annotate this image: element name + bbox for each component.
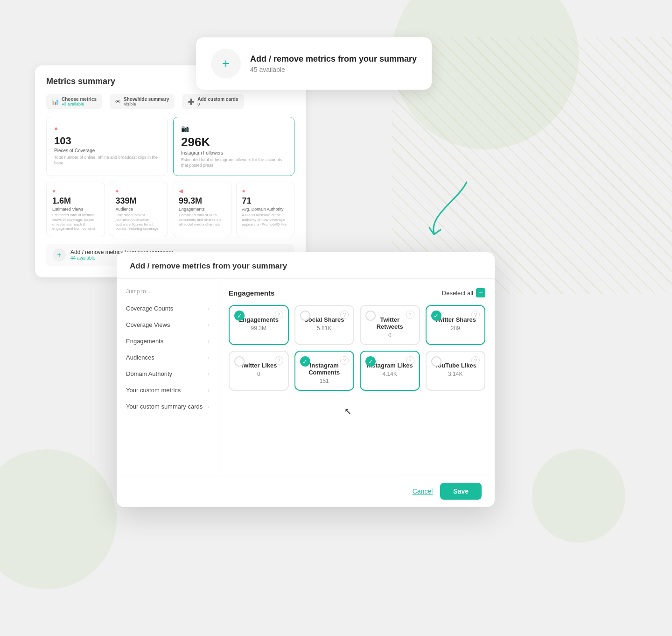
deselect-icon: − [476,288,485,297]
tooltip-subtitle: 45 available [250,66,417,73]
domain-label: Avg. Domain Authority [242,207,289,212]
help-icon-instagram-likes[interactable]: ? [406,356,414,365]
metric-value-instagram-likes: 4.14K [366,371,413,377]
metric-card-twitter-retweets[interactable]: ?Twitter Retweets0 [360,305,420,345]
instagram-desc: Estimated total of Instagram followers f… [181,157,287,168]
chevron-right-icon: › [208,387,210,394]
sidebar-item-domain-authority[interactable]: Domain Authority › [117,366,219,382]
toolbar-show-hide[interactable]: 👁 Show/hide summary Visible [110,94,175,109]
audience-icon: ● [116,188,162,194]
views-icon: ● [52,188,99,194]
instagram-value: 296K [181,135,287,149]
modal-header: Add / remove metrics from your summary [117,252,495,279]
engagements-value: 99.3M [179,196,225,206]
views-label: Estimated Views [52,207,99,212]
modal-footer: Cancel Save [117,475,495,507]
help-icon-engagements[interactable]: ? [275,311,283,319]
metric-selection-grid: ✓?Engagements99.3M?Social Shares5.81K?Tw… [229,305,485,391]
metrics-toolbar: 📊 Choose metrics All available 👁 Show/hi… [46,94,294,109]
metric-card-engagements[interactable]: ✓?Engagements99.3M [229,305,289,345]
sidebar-item-coverage-counts[interactable]: Coverage Counts › [117,300,219,317]
metric-value-youtube-likes: 3.14K [432,371,479,377]
engagements-desc: Combined total of likes, comments and sh… [179,213,225,226]
check-circle-youtube-likes [431,356,441,367]
metric-value-social-shares: 5.81K [301,325,348,332]
tooltip-title: Add / remove metrics from your summary [250,54,417,64]
metric-card-twitter-likes[interactable]: ?Twitter Likes0 [229,351,289,391]
help-icon-twitter-retweets[interactable]: ? [406,311,414,319]
tooltip-card: + Add / remove metrics from your summary… [196,37,432,90]
metric-card-engagements: ◀ 99.3M Engagements Combined total of li… [173,182,231,237]
sidebar-item-audiences[interactable]: Audiences › [117,349,219,366]
sidebar-item-custom-metrics[interactable]: Your custom metrics › [117,382,219,398]
toolbar-add-label: Add custom cards [197,97,238,102]
metric-value-twitter-likes: 0 [235,371,282,377]
help-icon-twitter-shares[interactable]: ? [471,311,480,319]
chevron-right-icon: › [208,354,210,361]
eye-icon: 👁 [115,99,121,105]
metric-card-audience: ● 339M Audience Combined total of journa… [110,182,168,237]
views-desc: Estimated total of lifetime views of cov… [52,213,99,231]
main-modal: Add / remove metrics from your summary J… [117,252,495,507]
metric-card-twitter-shares[interactable]: ✓?Twitter Shares289 [426,305,486,345]
metric-card-domain-authority: ● 71 Avg. Domain Authority A 0-100 measu… [236,182,295,237]
check-circle-twitter-shares: ✓ [431,311,441,321]
pieces-label: Pieces of Coverage [54,148,160,153]
sidebar-item-custom-summary-cards[interactable]: Your custom summary cards › [117,398,219,415]
metric-card-instagram-comments[interactable]: ✓?Instagram Comments151 [294,351,355,391]
audience-value: 339M [116,196,162,206]
plus-square-icon: ➕ [188,99,195,105]
deselect-all-button[interactable]: Deselect all − [442,288,485,297]
instagram-label: Instagram Followers [181,150,287,155]
check-circle-instagram-comments: ✓ [300,356,310,367]
pieces-icon: ● [54,125,160,132]
save-button[interactable]: Save [440,483,482,500]
bar-chart-icon: 📊 [52,99,59,105]
domain-icon: ● [242,188,289,194]
metric-card-estimated-views: ● 1.6M Estimated Views Estimated total o… [46,182,105,237]
metric-card-youtube-likes[interactable]: ?YouTube Likes3.14K [426,351,486,391]
metric-row-1: ● 103 Pieces of Coverage Total number of… [46,117,294,176]
metric-card-instagram-likes[interactable]: ✓?Instagram Likes4.14K [360,351,420,391]
toolbar-show-sub: Visible [124,102,169,106]
sidebar-item-engagements[interactable]: Engagements › [117,333,219,349]
toolbar-add-sub: 0 [197,102,238,106]
chevron-right-icon: › [208,403,210,410]
metric-card-social-shares[interactable]: ?Social Shares5.81K [294,305,355,345]
check-circle-engagements: ✓ [234,311,245,321]
modal-title: Add / remove metrics from your summary [130,261,482,271]
chevron-right-icon: › [208,322,210,328]
add-metrics-plus-icon: + [53,248,66,261]
tooltip-plus-button[interactable]: + [211,49,241,78]
help-icon-instagram-comments[interactable]: ? [340,356,349,365]
metric-value-twitter-retweets: 0 [366,332,413,339]
toolbar-choose-label: Choose metrics [62,97,97,102]
toolbar-add-custom[interactable]: ➕ Add custom cards 0 [182,94,244,109]
toolbar-choose-metrics[interactable]: 📊 Choose metrics All available [46,94,102,109]
metric-value-twitter-shares: 289 [432,325,479,332]
check-circle-twitter-retweets [365,311,376,321]
domain-value: 71 [242,196,289,206]
sidebar-item-coverage-views[interactable]: Coverage Views › [117,317,219,333]
metrics-summary-card: Metrics summary 📊 Choose metrics All ava… [35,65,306,277]
metric-row-2: ● 1.6M Estimated Views Estimated total o… [46,182,294,237]
check-circle-instagram-likes: ✓ [365,356,376,367]
audience-label: Audience [116,207,162,212]
toolbar-choose-sub: All available [62,102,97,106]
chevron-right-icon: › [208,338,210,345]
pieces-desc: Total number of online, offline and broa… [54,155,160,166]
check-circle-social-shares [300,311,310,321]
check-circle-twitter-likes [234,356,245,367]
help-icon-youtube-likes[interactable]: ? [471,356,480,365]
arrow-decoration [420,177,476,240]
chevron-right-icon: › [208,305,210,312]
bg-circle-bottom-right [532,449,625,543]
metric-card-pieces-of-coverage: ● 103 Pieces of Coverage Total number of… [46,117,168,176]
help-icon-social-shares[interactable]: ? [340,311,349,319]
pieces-value: 103 [54,135,160,147]
help-icon-twitter-likes[interactable]: ? [275,356,283,365]
jump-to-label: Jump to... [117,288,219,300]
cancel-button[interactable]: Cancel [413,488,433,495]
deselect-all-label: Deselect all [442,290,473,297]
domain-desc: A 0-100 measure of the authority of how … [242,213,289,226]
